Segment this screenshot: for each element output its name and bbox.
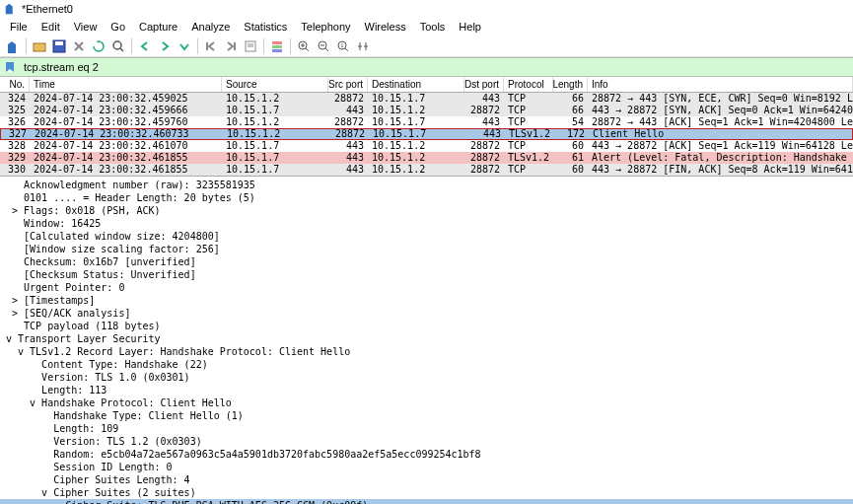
packet-row[interactable]: 3262024-07-14 23:00:32.45976010.15.1.228…: [0, 116, 853, 128]
svg-line-20: [306, 48, 309, 51]
go-last-icon[interactable]: [222, 37, 240, 55]
window-title: *Ethernet0: [22, 3, 73, 15]
display-filter-input[interactable]: [20, 61, 853, 73]
detail-line[interactable]: [Checksum Status: Unverified]: [0, 268, 853, 281]
go-first-icon[interactable]: [202, 37, 220, 55]
go-forward-icon[interactable]: [156, 37, 174, 55]
packet-list-header: No. Time Source Src port Destination Dst…: [0, 77, 853, 93]
svg-rect-16: [272, 49, 282, 52]
detail-line[interactable]: v TLSv1.2 Record Layer: Handshake Protoc…: [0, 345, 853, 358]
detail-line[interactable]: Version: TLS 1.0 (0x0301): [0, 371, 853, 384]
th-destination[interactable]: Destination: [368, 77, 464, 92]
start-capture-icon[interactable]: [4, 37, 22, 55]
packet-list: No. Time Source Src port Destination Dst…: [0, 77, 853, 176]
app-icon: [4, 2, 18, 16]
detail-line[interactable]: Window: 16425: [0, 217, 853, 230]
packet-row[interactable]: 3252024-07-14 23:00:32.45966610.15.1.744…: [0, 105, 853, 116]
colorize-icon[interactable]: [268, 37, 286, 55]
detail-line[interactable]: v Handshake Protocol: Client Hello: [0, 396, 853, 409]
menu-go[interactable]: Go: [105, 20, 131, 34]
titlebar: *Ethernet0: [0, 0, 853, 18]
find-packet-icon[interactable]: [109, 37, 127, 55]
packet-row[interactable]: 3302024-07-14 23:00:32.46185510.15.1.744…: [0, 164, 853, 176]
filter-bookmark-icon[interactable]: [2, 59, 18, 75]
go-back-icon[interactable]: [136, 37, 154, 55]
detail-line[interactable]: 0101 .... = Header Length: 20 bytes (5): [0, 191, 853, 204]
svg-rect-15: [272, 45, 282, 48]
detail-line[interactable]: Cipher Suites Length: 4: [0, 473, 853, 486]
menu-tools[interactable]: Tools: [414, 20, 452, 34]
packet-row[interactable]: 3282024-07-14 23:00:32.46107010.15.1.744…: [0, 140, 853, 152]
display-filter-bar: [0, 57, 853, 77]
svg-line-8: [120, 48, 123, 51]
packet-details[interactable]: Acknowledgment number (raw): 3235581935 …: [0, 176, 853, 504]
detail-line[interactable]: v Transport Layer Security: [0, 332, 853, 345]
detail-line[interactable]: Urgent Pointer: 0: [0, 281, 853, 294]
detail-line-selected[interactable]: Cipher Suite: TLS_DHE_RSA_WITH_AES_256_C…: [0, 499, 853, 504]
menu-edit[interactable]: Edit: [36, 20, 66, 34]
detail-line[interactable]: > [Timestamps]: [0, 294, 853, 307]
close-file-icon[interactable]: [70, 37, 88, 55]
detail-line[interactable]: > Flags: 0x018 (PSH, ACK): [0, 204, 853, 217]
detail-line[interactable]: v Cipher Suites (2 suites): [0, 486, 853, 499]
detail-line[interactable]: > [SEQ/ACK analysis]: [0, 307, 853, 320]
th-info[interactable]: Info: [588, 77, 853, 92]
svg-text:1: 1: [340, 42, 344, 48]
th-no[interactable]: No.: [0, 77, 30, 92]
th-srcport[interactable]: Src port: [328, 77, 368, 92]
th-dstport[interactable]: Dst port: [464, 77, 504, 92]
detail-line[interactable]: Handshake Type: Client Hello (1): [0, 409, 853, 422]
menu-telephony[interactable]: Telephony: [295, 20, 356, 34]
packet-row[interactable]: 3292024-07-14 23:00:32.46185510.15.1.744…: [0, 152, 853, 164]
detail-line[interactable]: [Calculated window size: 4204800]: [0, 230, 853, 243]
svg-line-26: [345, 48, 348, 51]
svg-rect-4: [55, 41, 63, 45]
menu-capture[interactable]: Capture: [133, 20, 183, 34]
detail-line[interactable]: Acknowledgment number (raw): 3235581935: [0, 179, 853, 191]
detail-line[interactable]: Length: 113: [0, 384, 853, 396]
svg-rect-14: [272, 41, 282, 44]
th-protocol[interactable]: Protocol: [504, 77, 553, 92]
folder-open-icon[interactable]: [31, 37, 48, 55]
th-source[interactable]: Source: [222, 77, 328, 92]
detail-line[interactable]: Content Type: Handshake (22): [0, 358, 853, 371]
svg-point-7: [113, 41, 121, 49]
zoom-out-icon[interactable]: [315, 37, 332, 55]
detail-line[interactable]: Length: 109: [0, 422, 853, 435]
autoscroll-icon[interactable]: [242, 37, 259, 55]
menu-help[interactable]: Help: [453, 20, 487, 34]
menu-statistics[interactable]: Statistics: [238, 20, 293, 34]
toolbar: 1: [0, 36, 853, 57]
menu-view[interactable]: View: [68, 20, 104, 34]
svg-line-23: [325, 48, 328, 51]
th-time[interactable]: Time: [30, 77, 222, 92]
detail-line[interactable]: TCP payload (118 bytes): [0, 320, 853, 332]
go-to-packet-icon[interactable]: [176, 37, 193, 55]
svg-rect-2: [34, 43, 45, 51]
zoom-reset-icon[interactable]: 1: [334, 37, 352, 55]
menu-wireless[interactable]: Wireless: [359, 20, 412, 34]
detail-line[interactable]: Version: TLS 1.2 (0x0303): [0, 435, 853, 448]
packet-row[interactable]: 3242024-07-14 23:00:32.45902510.15.1.228…: [0, 93, 853, 105]
packet-row[interactable]: 3272024-07-14 23:00:32.46073310.15.1.228…: [0, 128, 853, 140]
menu-file[interactable]: File: [4, 20, 34, 34]
reload-icon[interactable]: [90, 37, 107, 55]
packet-list-body[interactable]: 3242024-07-14 23:00:32.45902510.15.1.228…: [0, 93, 853, 176]
zoom-in-icon[interactable]: [295, 37, 313, 55]
save-icon[interactable]: [50, 37, 68, 55]
resize-columns-icon[interactable]: [354, 37, 372, 55]
detail-line[interactable]: Random: e5cb04a72ae567a0963c5a4a5901db37…: [0, 448, 853, 461]
detail-line[interactable]: [Window size scaling factor: 256]: [0, 243, 853, 255]
menubar: File Edit View Go Capture Analyze Statis…: [0, 18, 853, 36]
th-length[interactable]: Length: [553, 77, 588, 92]
detail-line[interactable]: Checksum: 0x16b7 [unverified]: [0, 255, 853, 268]
detail-line[interactable]: Session ID Length: 0: [0, 461, 853, 473]
menu-analyze[interactable]: Analyze: [185, 20, 236, 34]
